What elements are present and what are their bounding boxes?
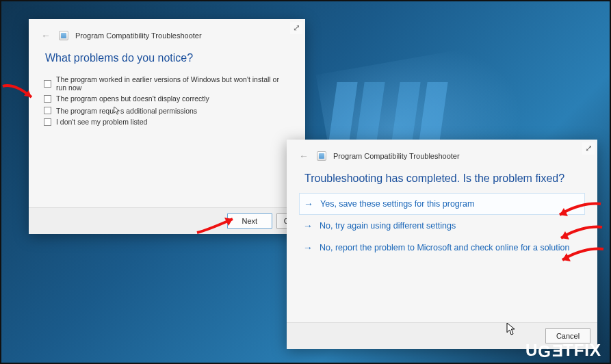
watermark: UGETFIX	[525, 341, 601, 360]
image-frame	[0, 0, 611, 364]
